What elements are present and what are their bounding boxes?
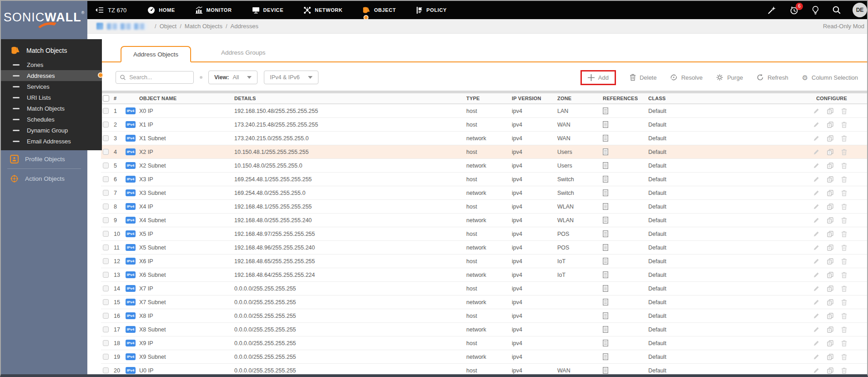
delete-row-icon[interactable] <box>841 272 847 278</box>
row-checkbox[interactable] <box>103 367 109 373</box>
notifications-button[interactable]: 6 <box>790 6 798 15</box>
nav-item-device[interactable]: DEVICE <box>252 7 284 14</box>
ip-version-filter-dropdown[interactable]: IPv4 & IPv6 <box>264 71 318 84</box>
select-all-checkbox[interactable] <box>103 95 109 102</box>
tab-address-objects[interactable]: Address Objects <box>121 46 191 62</box>
delete-row-icon[interactable] <box>841 313 847 319</box>
references-icon[interactable] <box>603 230 648 237</box>
edit-icon[interactable] <box>813 190 819 196</box>
clone-icon[interactable] <box>827 190 833 196</box>
delete-row-icon[interactable] <box>841 176 847 183</box>
row-checkbox[interactable] <box>103 190 109 196</box>
delete-row-icon[interactable] <box>841 231 847 237</box>
row-checkbox[interactable] <box>103 340 109 346</box>
clone-icon[interactable] <box>827 354 833 360</box>
references-icon[interactable] <box>603 162 648 169</box>
add-button[interactable]: Add <box>588 74 609 81</box>
header-class[interactable]: CLASS <box>648 96 728 101</box>
sidebar-item-action-objects[interactable]: Action Objects <box>1 170 87 187</box>
edit-icon[interactable] <box>813 163 819 168</box>
delete-button[interactable]: Delete <box>630 74 657 81</box>
references-icon[interactable] <box>603 285 648 292</box>
sidebar-item-zones[interactable]: Zones <box>1 59 102 70</box>
references-icon[interactable] <box>603 258 648 265</box>
delete-row-icon[interactable] <box>841 258 847 265</box>
delete-row-icon[interactable] <box>841 108 847 114</box>
row-checkbox[interactable] <box>103 326 109 332</box>
edit-icon[interactable] <box>813 149 819 155</box>
sidebar-item-match-objects[interactable]: Match Objects <box>1 103 102 114</box>
nav-item-policy[interactable]: POLICY <box>416 6 447 14</box>
header-type[interactable]: TYPE <box>466 96 512 101</box>
delete-row-icon[interactable] <box>841 217 847 224</box>
clone-icon[interactable] <box>827 285 833 292</box>
delete-row-icon[interactable] <box>841 149 847 155</box>
edit-icon[interactable] <box>813 122 819 127</box>
edit-icon[interactable] <box>813 285 819 291</box>
clone-icon[interactable] <box>827 299 833 306</box>
references-icon[interactable] <box>603 271 648 278</box>
header-details[interactable]: DETAILS <box>234 96 466 101</box>
references-icon[interactable] <box>603 107 648 114</box>
references-icon[interactable] <box>603 148 648 155</box>
resolve-button[interactable]: Resolve <box>670 74 702 81</box>
breadcrumb-addresses[interactable]: Addresses <box>231 23 258 30</box>
delete-row-icon[interactable] <box>841 340 847 346</box>
references-icon[interactable] <box>603 189 648 196</box>
sidebar-item-profile-objects[interactable]: Profile Objects <box>1 150 87 168</box>
clone-icon[interactable] <box>827 340 833 346</box>
clone-icon[interactable] <box>827 231 833 237</box>
edit-icon[interactable] <box>813 204 819 209</box>
help-tips-button[interactable] <box>812 6 819 15</box>
edit-icon[interactable] <box>813 258 819 264</box>
edit-icon[interactable] <box>813 367 819 373</box>
clone-icon[interactable] <box>827 135 833 142</box>
header-references[interactable]: REFERENCES <box>603 96 648 101</box>
row-checkbox[interactable] <box>103 135 109 141</box>
clone-icon[interactable] <box>827 176 833 183</box>
search-box[interactable] <box>116 71 194 84</box>
header-object-name[interactable]: OBJECT NAME <box>139 96 234 101</box>
clone-icon[interactable] <box>827 313 833 319</box>
row-checkbox[interactable] <box>103 108 109 114</box>
row-checkbox[interactable] <box>103 163 109 168</box>
clone-icon[interactable] <box>827 326 833 333</box>
header-zone[interactable]: ZONE <box>557 96 603 101</box>
sidebar-group-match-objects[interactable]: Match Objects <box>1 42 102 59</box>
sidebar-item-email-addresses[interactable]: Email Addresses <box>1 136 102 147</box>
clone-icon[interactable] <box>827 122 833 128</box>
user-avatar[interactable]: DE <box>853 3 867 17</box>
refresh-button[interactable]: Refresh <box>757 74 788 81</box>
edit-icon[interactable] <box>813 326 819 332</box>
references-icon[interactable] <box>603 203 648 210</box>
row-checkbox[interactable] <box>103 272 109 278</box>
tab-address-groups[interactable]: Address Groups <box>209 45 278 61</box>
delete-row-icon[interactable] <box>841 299 847 306</box>
edit-icon[interactable] <box>813 299 819 305</box>
column-selection-button[interactable]: ⚙ Column Selection <box>802 74 858 81</box>
row-checkbox[interactable] <box>103 217 109 223</box>
edit-icon[interactable] <box>813 108 819 114</box>
purge-button[interactable]: Purge <box>716 74 743 81</box>
references-icon[interactable] <box>603 244 648 251</box>
edit-icon[interactable] <box>813 354 819 360</box>
clone-icon[interactable] <box>827 367 833 374</box>
references-icon[interactable] <box>603 367 648 374</box>
edit-icon[interactable] <box>813 231 819 237</box>
edit-icon[interactable] <box>813 340 819 346</box>
delete-row-icon[interactable] <box>841 326 847 333</box>
sidebar-item-uri-lists[interactable]: URI Lists <box>1 92 102 103</box>
delete-row-icon[interactable] <box>841 354 847 360</box>
references-icon[interactable] <box>603 326 648 333</box>
breadcrumb-object[interactable]: Object <box>160 23 177 30</box>
global-search-button[interactable] <box>833 6 841 14</box>
references-icon[interactable] <box>603 312 648 319</box>
references-icon[interactable] <box>603 135 648 142</box>
search-input[interactable] <box>129 74 189 81</box>
delete-row-icon[interactable] <box>841 135 847 142</box>
edit-icon[interactable] <box>813 217 819 223</box>
nav-item-object[interactable]: OBJECT <box>363 6 396 14</box>
row-checkbox[interactable] <box>103 354 109 360</box>
nav-item-home[interactable]: HOME <box>147 6 175 14</box>
references-icon[interactable] <box>603 340 648 346</box>
